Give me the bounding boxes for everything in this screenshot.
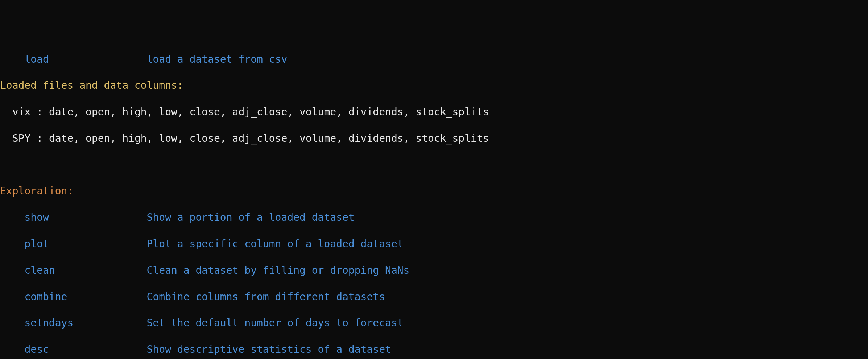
- terminal-output: loadload a dataset from csv Loaded files…: [0, 53, 868, 359]
- file-name: SPY: [12, 132, 31, 144]
- command-description: Show descriptive statistics of a dataset: [147, 343, 391, 355]
- file-name: vix: [12, 106, 31, 118]
- loaded-file-entry: SPY : date, open, high, low, close, adj_…: [0, 132, 868, 145]
- blank-line: [0, 158, 868, 172]
- command-description: Show a portion of a loaded dataset: [147, 211, 355, 223]
- command-row: loadload a dataset from csv: [0, 53, 868, 66]
- section-header-loaded-files: Loaded files and data columns:: [0, 79, 868, 92]
- command-description: Set the default number of days to foreca…: [147, 317, 404, 329]
- command-name: show: [24, 211, 146, 224]
- command-row: plotPlot a specific column of a loaded d…: [0, 238, 868, 251]
- command-name: clean: [24, 264, 146, 277]
- command-description: Clean a dataset by filling or dropping N…: [147, 264, 410, 276]
- command-name: setndays: [24, 317, 146, 330]
- loaded-file-entry: vix : date, open, high, low, close, adj_…: [0, 106, 868, 119]
- command-description: Plot a specific column of a loaded datas…: [147, 238, 404, 250]
- command-name: plot: [24, 238, 146, 251]
- command-name: desc: [24, 343, 146, 356]
- command-row: cleanClean a dataset by filling or dropp…: [0, 264, 868, 277]
- file-columns: date, open, high, low, close, adj_close,…: [49, 106, 489, 118]
- command-name: combine: [24, 290, 146, 304]
- command-row: descShow descriptive statistics of a dat…: [0, 343, 868, 356]
- command-row: combineCombine columns from different da…: [0, 290, 868, 304]
- command-description: load a dataset from csv: [147, 53, 288, 65]
- file-columns: date, open, high, low, close, adj_close,…: [49, 132, 489, 144]
- command-name: load: [24, 53, 146, 66]
- command-description: Combine columns from different datasets: [147, 291, 385, 303]
- command-row: setndaysSet the default number of days t…: [0, 317, 868, 330]
- section-header-exploration: Exploration:: [0, 185, 868, 198]
- command-row: showShow a portion of a loaded dataset: [0, 211, 868, 224]
